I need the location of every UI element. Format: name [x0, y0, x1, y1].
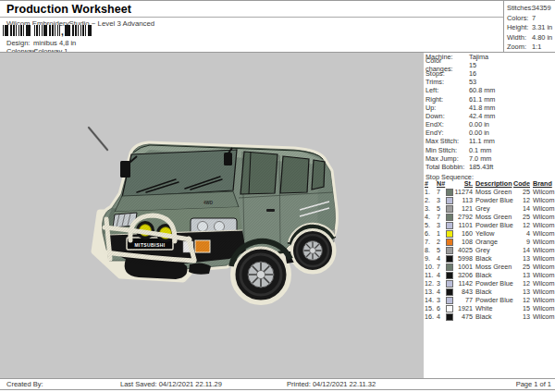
- summary-value: 7: [532, 14, 536, 22]
- stitch-count: 3206: [454, 271, 473, 279]
- stop-number: 13.: [425, 288, 437, 296]
- thread-description: Moss Green: [473, 213, 520, 221]
- created-by-label: Created By:: [6, 380, 43, 388]
- machine-info-label: Down:: [426, 112, 469, 120]
- design-row: Design: minibus 4,8 in: [6, 39, 76, 47]
- stop-sequence-row: 2.3113Powder Blue12Wilcom: [425, 196, 555, 204]
- machine-info-value: 15: [469, 61, 476, 69]
- thread-code: 14: [520, 246, 530, 254]
- thread-brand: Wilcom: [530, 221, 555, 229]
- stop-number: 1.: [425, 188, 437, 196]
- machine-info-row: Min Stitch:0.1 mm: [426, 146, 495, 154]
- machine-info-value: 7.0 mm: [469, 154, 491, 163]
- thread-brand: Wilcom: [530, 254, 555, 263]
- machine-info-row: EndX:0.00 in: [426, 120, 495, 129]
- barcode-segment-2: [65, 25, 92, 36]
- thread-brand: Wilcom: [530, 204, 555, 213]
- thread-brand: Wilcom: [530, 238, 555, 246]
- thread-code: 14: [520, 204, 530, 213]
- stop-sequence-row: 9.45998Black13Wilcom: [425, 254, 555, 263]
- thread-color-swatch: [446, 305, 453, 312]
- thread-color-swatch: [446, 205, 453, 213]
- antenna: [89, 128, 107, 150]
- needle-number: 4: [437, 312, 446, 321]
- printed-text: Printed: 04/12/2021 22.11.32: [287, 380, 376, 388]
- thread-brand: Wilcom: [530, 279, 555, 288]
- stitch-count: 113: [454, 196, 473, 204]
- summary-row: Width:4.80 in: [507, 32, 552, 43]
- needle-number: 3: [437, 296, 446, 304]
- stop-number: 6.: [425, 229, 437, 238]
- stop-sequence-row: 14.377Powder Blue12Wilcom: [425, 296, 555, 304]
- thread-chip-cell: [446, 247, 454, 254]
- thread-description: Grey: [473, 246, 520, 254]
- machine-info-value: 0.1 mm: [469, 146, 491, 154]
- barcode-comma: ,: [61, 28, 64, 36]
- machine-info-value: 53: [469, 78, 476, 86]
- thread-description: Black: [473, 254, 520, 263]
- machine-info-row: Stops:16: [426, 69, 495, 78]
- needle-number: 3: [437, 221, 446, 229]
- stop-sequence-row: 8.54025Grey14Wilcom: [425, 246, 555, 254]
- summary-label: Stitches:: [507, 4, 532, 12]
- machine-info-row: Max Stitch:11.1 mm: [426, 137, 495, 145]
- machine-info-value: 0.00 in: [469, 120, 489, 129]
- thread-color-swatch: [446, 280, 453, 288]
- stop-sequence-row: 13.4843Black13Wilcom: [425, 288, 555, 296]
- stitch-count: 1001: [454, 263, 473, 271]
- summary-value: 3.31 in: [532, 23, 552, 31]
- stitch-count: 5998: [454, 254, 473, 263]
- needle-number: 7: [437, 213, 446, 221]
- stop-sequence-row: 4.72792Moss Green25Wilcom: [425, 213, 555, 221]
- machine-info-value: 11.1 mm: [469, 137, 495, 145]
- thread-code: 13: [520, 288, 530, 296]
- thread-description: Moss Green: [473, 263, 520, 271]
- needle-number: 4: [437, 254, 446, 263]
- thread-chip-cell: [446, 189, 454, 196]
- design-name: minibus 4,8 in: [33, 39, 76, 47]
- stop-sequence-row: 10.71001Moss Green25Wilcom: [425, 263, 555, 271]
- machine-info-value: 60.8 mm: [469, 86, 495, 94]
- summary-row: Zoom:1:1: [507, 43, 552, 53]
- stop-sequence-row: 12.31142Powder Blue12Wilcom: [425, 279, 555, 288]
- thread-brand: Wilcom: [530, 271, 555, 279]
- summary-value: 4.80 in: [532, 33, 552, 42]
- thread-description: White: [473, 304, 520, 312]
- stitch-count: 160: [454, 229, 473, 238]
- summary-box-border: [503, 1, 504, 52]
- stop-sequence-row: 5.31101Powder Blue12Wilcom: [425, 221, 555, 229]
- design-label: Design:: [6, 39, 33, 47]
- col-stitches: St.: [446, 179, 473, 188]
- thread-chip-cell: [446, 263, 454, 271]
- thread-chip-cell: [446, 255, 454, 263]
- thread-brand: Wilcom: [530, 312, 555, 321]
- stitch-count: 77: [454, 296, 473, 304]
- stitch-count: 108: [454, 238, 473, 246]
- col-number: #: [425, 179, 437, 188]
- stitch-count: 1101: [454, 221, 473, 229]
- needle-number: 3: [437, 279, 446, 288]
- thread-brand: Wilcom: [530, 229, 555, 238]
- machine-info-row: Trims:53: [426, 78, 495, 86]
- stop-number: 8.: [425, 246, 437, 254]
- thread-chip-cell: [446, 305, 454, 312]
- thread-color-swatch: [446, 189, 453, 196]
- stop-sequence-row: 1.711274Moss Green25Wilcom: [425, 188, 555, 196]
- thread-brand: Wilcom: [530, 213, 555, 221]
- thread-color-swatch: [446, 197, 453, 204]
- summary-box: Stitches:34359Colors:7Height:3.31 inWidt…: [507, 4, 552, 53]
- summary-label: Colors:: [507, 14, 532, 22]
- thread-description: Powder Blue: [473, 279, 520, 288]
- needle-number: 3: [437, 196, 446, 204]
- stop-sequence-row: 3.5121Grey14Wilcom: [425, 204, 555, 213]
- thread-code: 12: [520, 221, 530, 229]
- stop-sequence-row: 7.2108Orange9Wilcom: [425, 238, 555, 246]
- needle-number: 5: [437, 246, 446, 254]
- summary-value: 34359: [532, 4, 551, 12]
- thread-description: Powder Blue: [473, 196, 520, 204]
- machine-info-label: Left:: [426, 86, 469, 94]
- stop-sequence-row: 16.4475Black13Wilcom: [425, 312, 555, 321]
- production-worksheet-page: Production Worksheet Wilcom EmbroiderySt…: [0, 0, 555, 392]
- machine-info-row: Color changes:15: [426, 61, 495, 69]
- needle-number: 5: [437, 204, 446, 213]
